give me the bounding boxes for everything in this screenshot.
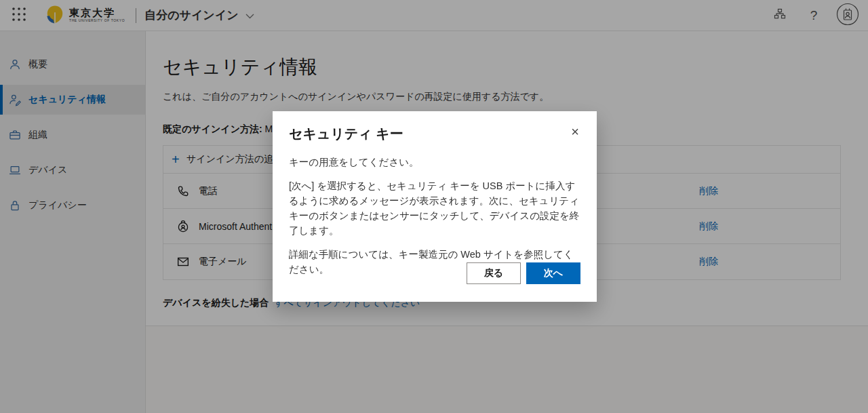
security-key-dialog: セキュリティ キー × キーの用意をしてください。 [次へ] を選択すると、セキ… (273, 111, 597, 302)
dialog-title: セキュリティ キー (289, 125, 580, 142)
back-button[interactable]: 戻る (467, 262, 521, 284)
dialog-paragraph: キーの用意をしてください。 (289, 155, 580, 170)
dialog-paragraph: [次へ] を選択すると、セキュリティ キーを USB ポートに挿入するように求め… (289, 178, 580, 238)
next-button[interactable]: 次へ (526, 262, 580, 284)
close-icon[interactable]: × (566, 122, 585, 141)
